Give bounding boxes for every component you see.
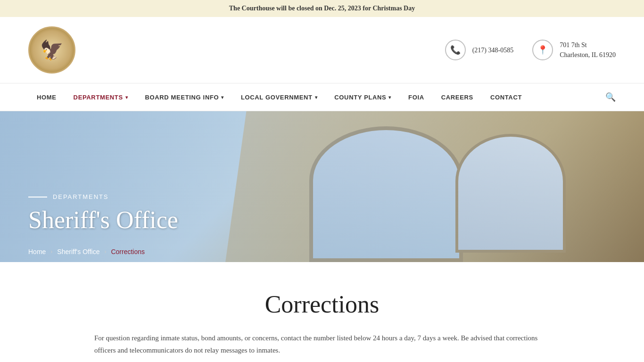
county-seal: 🦅 <box>28 26 75 74</box>
search-icon: 🔍 <box>605 92 616 102</box>
chevron-down-icon: ▾ <box>315 95 318 100</box>
chevron-down-icon: ▾ <box>221 95 224 100</box>
breadcrumb-corrections: Corrections <box>111 248 145 255</box>
announcement-text: The Courthouse will be closed on Dec. 25… <box>229 5 415 12</box>
breadcrumb-chevron-2: › <box>104 248 106 255</box>
content-body: For question regarding inmate status, bo… <box>94 332 550 356</box>
search-button[interactable]: 🔍 <box>605 92 616 102</box>
nav-departments[interactable]: DEPARTMENTS ▾ <box>65 83 137 111</box>
nav-local-government[interactable]: LOCAL GOVERNMENT ▾ <box>232 83 326 111</box>
nav-careers[interactable]: CAREERS <box>433 83 482 111</box>
chevron-down-icon: ▾ <box>388 95 391 100</box>
nav-board-meeting[interactable]: BOARD MEETING INFO ▾ <box>136 83 232 111</box>
hero-section: DEPARTMENTS Sheriff's Office Home › Sher… <box>0 111 644 262</box>
breadcrumb: Home › Sheriff's Office › Corrections <box>0 241 644 262</box>
breadcrumb-home[interactable]: Home <box>28 248 46 255</box>
nav-foia[interactable]: FOIA <box>400 83 433 111</box>
main-navigation: HOME DEPARTMENTS ▾ BOARD MEETING INFO ▾ … <box>0 83 644 111</box>
address-line1: 701 7th St <box>560 41 587 49</box>
eagle-icon: 🦅 <box>40 39 64 61</box>
location-icon: 📍 <box>537 45 548 55</box>
content-title: Corrections <box>94 290 550 318</box>
nav-contact[interactable]: CONTACT <box>482 83 530 111</box>
address-line2: Charleston, IL 61920 <box>560 51 616 58</box>
phone-icon-wrap: 📞 <box>445 40 466 60</box>
phone-number: (217) 348-0585 <box>472 45 514 55</box>
logo-area[interactable]: 🦅 <box>28 26 75 74</box>
announcement-banner: The Courthouse will be closed on Dec. 25… <box>0 0 644 17</box>
chevron-down-icon: ▾ <box>125 95 128 100</box>
breadcrumb-sheriffs[interactable]: Sheriff's Office <box>57 248 99 255</box>
address-text: 701 7th St Charleston, IL 61920 <box>560 40 616 60</box>
nav-home[interactable]: HOME <box>28 83 65 111</box>
phone-contact[interactable]: 📞 (217) 348-0585 <box>445 40 514 60</box>
hero-overlay <box>0 111 644 262</box>
address-contact: 📍 701 7th St Charleston, IL 61920 <box>532 40 616 60</box>
hero-dept-label: DEPARTMENTS <box>28 193 178 200</box>
nav-county-plans[interactable]: COUNTY PLANS ▾ <box>326 83 400 111</box>
breadcrumb-chevron-1: › <box>50 248 52 255</box>
header-contact: 📞 (217) 348-0585 📍 701 7th St Charleston… <box>445 40 616 60</box>
main-content: Corrections For question regarding inmat… <box>0 262 644 362</box>
hero-dept-line <box>28 197 47 197</box>
hero-page-title: Sheriff's Office <box>28 206 178 234</box>
header: 🦅 📞 (217) 348-0585 📍 701 7th St Charlest… <box>0 17 644 83</box>
hero-content: DEPARTMENTS Sheriff's Office <box>28 193 178 234</box>
location-icon-wrap: 📍 <box>532 40 553 60</box>
phone-icon: 📞 <box>450 45 461 55</box>
